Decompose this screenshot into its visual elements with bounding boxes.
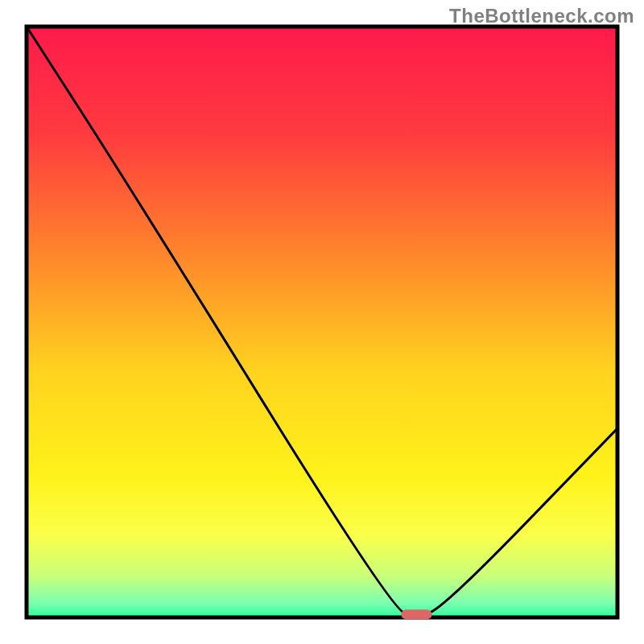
bottleneck-chart: [0, 0, 644, 644]
optimal-marker: [401, 609, 431, 619]
chart-container: TheBottleneck.com: [0, 0, 644, 644]
plot-background: [27, 27, 617, 617]
watermark-text: TheBottleneck.com: [449, 5, 634, 27]
